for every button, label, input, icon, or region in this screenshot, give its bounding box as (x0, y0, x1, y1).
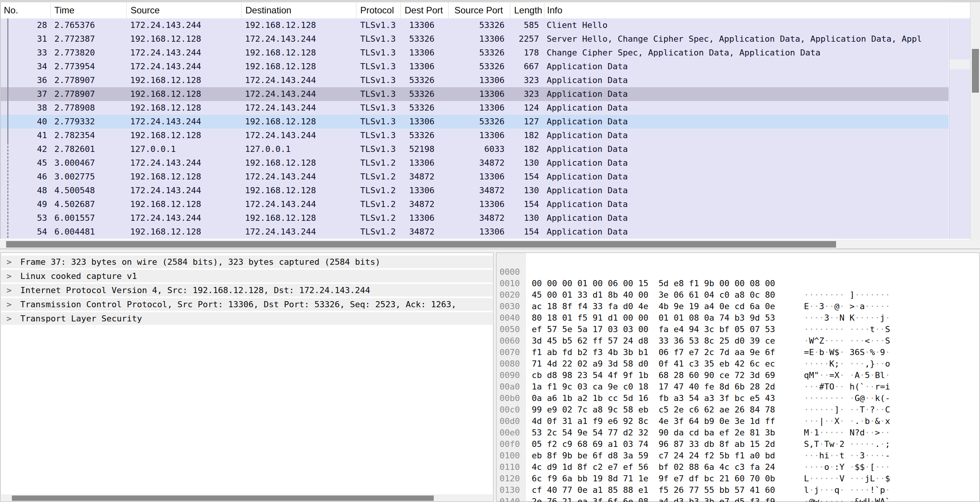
details-horizontal-scrollbar[interactable] (1, 494, 493, 501)
packet-rows: 28 2.765376 172.24.143.244 192.168.12.12… (0, 18, 949, 239)
packet-row[interactable]: 49 4.502687 192.168.12.128 172.24.143.24… (0, 197, 949, 211)
detail-tree-row[interactable]: > Transmission Control Protocol, Src Por… (1, 298, 493, 311)
packet-source-port: 13306 (448, 197, 505, 211)
packet-time: 2.778907 (54, 73, 127, 87)
hex-bytes: 2e 76 21 ea 3f 6f 6e 08 a4 d3 b3 3b e7 d… (532, 496, 775, 502)
column-header-source-port[interactable]: Source Port (448, 2, 510, 18)
packet-destination: 172.24.143.244 (245, 129, 354, 142)
hex-dump-row[interactable]: 00b0 99 e9 02 7c a8 9c 58 eb c5 2e c6 62… (497, 381, 979, 393)
packet-row[interactable]: 45 3.000467 172.24.143.244 192.168.12.12… (0, 156, 949, 170)
packet-info: Application Data (547, 197, 947, 211)
hex-offset: 0140 (500, 496, 520, 502)
hex-dump-row[interactable]: 0110 6c f9 6a bb 19 8d 71 1e 9f e7 df bc… (497, 450, 979, 461)
chevron-right-icon[interactable]: > (7, 312, 11, 325)
column-header-time[interactable]: Time (50, 2, 126, 18)
packet-info: Server Hello, Change Cipher Spec, Applic… (547, 32, 947, 46)
packet-destination: 192.168.12.128 (245, 184, 354, 197)
hex-dump-row[interactable]: 00f0 eb 8f 9b be 6f d8 3a 59 c7 24 24 f2… (497, 427, 979, 438)
packet-row[interactable]: 40 2.779332 172.24.143.244 192.168.12.12… (0, 115, 949, 129)
hex-dump-row[interactable]: 0050 3d 45 b5 62 ff 57 24 d8 33 36 53 8c… (497, 312, 979, 324)
hex-dump-row[interactable]: 00a0 0a a6 1b a2 1b cc 5d 16 fb a3 54 a3… (497, 370, 979, 381)
packet-row[interactable]: 54 6.004481 192.168.12.128 172.24.143.24… (0, 225, 949, 239)
packet-length: 585 (510, 18, 539, 32)
horizontal-scrollbar-thumb[interactable] (6, 241, 836, 248)
packet-bytes-pane: 0000 00 00 00 01 00 06 00 15 5d e8 f1 9b… (496, 253, 980, 502)
packet-row[interactable]: 37 2.778907 192.168.12.128 172.24.143.24… (0, 87, 949, 101)
packet-dest-port: 53326 (400, 87, 434, 101)
packet-time: 6.001557 (54, 211, 127, 225)
detail-tree-row[interactable]: > Frame 37: 323 bytes on wire (2584 bits… (1, 256, 493, 268)
packet-info: Client Hello (547, 18, 947, 32)
packet-protocol: TLSv1.2 (360, 156, 399, 170)
hex-dump-row[interactable]: 00e0 05 f2 c9 68 69 a1 03 74 96 87 33 db… (497, 416, 979, 427)
hex-dump-row[interactable]: 0080 cb d8 98 23 54 4f 9f 1b 68 28 60 90… (497, 347, 979, 358)
packet-list-vertical-scrollbar[interactable] (970, 2, 980, 249)
detail-tree-row[interactable]: > Linux cooked capture v1 (1, 270, 493, 282)
hex-dump-row[interactable]: 0060 f1 ab fd b2 f3 4b 3b b1 06 f7 e7 2c… (497, 324, 979, 335)
detail-row-label: Internet Protocol Version 4, Src: 192.16… (20, 284, 370, 297)
hex-dump-row[interactable]: 0100 4c d9 1d 8f c2 e7 ef 56 bf 02 88 6a… (497, 438, 979, 450)
chevron-right-icon[interactable]: > (7, 284, 11, 297)
intelligent-scrollbar-minimap[interactable] (949, 18, 970, 239)
hex-dump-row[interactable]: 0140 7b 5f 62 {_b (497, 484, 979, 496)
chevron-right-icon[interactable]: > (7, 270, 11, 282)
hex-dump-row[interactable]: 0030 80 18 01 f5 91 d1 00 00 01 01 08 0a… (497, 289, 979, 301)
hex-dump-row[interactable]: 0070 71 4d 22 02 a9 3d 58 d0 0f 41 c3 35… (497, 335, 979, 347)
packet-row[interactable]: 28 2.765376 172.24.143.244 192.168.12.12… (0, 18, 949, 32)
packet-row[interactable]: 36 2.778907 192.168.12.128 172.24.143.24… (0, 73, 949, 87)
packet-protocol: TLSv1.3 (360, 101, 399, 115)
packet-destination: 192.168.12.128 (245, 211, 354, 225)
packet-row[interactable]: 48 4.500548 172.24.143.244 192.168.12.12… (0, 184, 949, 197)
packet-destination: 172.24.143.244 (245, 32, 354, 46)
packet-info: Application Data (547, 115, 947, 129)
hex-dump-row[interactable]: 0000 00 00 00 01 00 06 00 15 5d e8 f1 9b… (497, 255, 979, 266)
column-header-length[interactable]: Length (510, 2, 544, 18)
packet-source: 127.0.0.1 (130, 142, 239, 156)
packet-source: 172.24.143.244 (130, 184, 239, 197)
packet-dest-port: 13306 (400, 156, 434, 170)
packet-info: Application Data (547, 87, 947, 101)
hex-dump-row[interactable]: 0020 ac 18 8f f4 33 fa d0 4e 4b 9e 19 a4… (497, 278, 979, 289)
packet-row[interactable]: 42 2.782601 127.0.0.1 127.0.0.1 TLSv1.3 … (0, 142, 949, 156)
hex-dump-row[interactable]: 0040 ef 57 5e 5a 17 03 03 00 fa e4 94 3c… (497, 301, 979, 312)
packet-row[interactable]: 34 2.773954 172.24.143.244 192.168.12.12… (0, 60, 949, 73)
hex-dump-row[interactable]: 0130 2e 76 21 ea 3f 6f 6e 08 a4 d3 b3 3b… (497, 473, 979, 484)
column-header-dest-port[interactable]: Dest Port (400, 2, 448, 18)
packet-row[interactable]: 33 2.773820 172.24.143.244 192.168.12.12… (0, 46, 949, 60)
packet-dest-port: 34872 (400, 170, 434, 184)
column-header-destination[interactable]: Destination (241, 2, 356, 18)
hex-dump-row[interactable]: 0010 45 00 01 33 d1 8b 40 00 3e 06 61 04… (497, 266, 979, 278)
packet-dest-port: 52198 (400, 142, 434, 156)
hex-dump-row[interactable]: 00d0 53 2c 54 9e 54 77 d2 32 90 da cd ba… (497, 404, 979, 416)
chevron-right-icon[interactable]: > (7, 256, 11, 268)
minimap-band (949, 59, 970, 69)
column-header-source[interactable]: Source (126, 2, 241, 18)
packet-row[interactable]: 46 3.002775 192.168.12.128 172.24.143.24… (0, 170, 949, 184)
hex-dump-row[interactable]: 00c0 4d 0f 31 a1 f9 e6 92 8c 4e 3f 64 b9… (497, 393, 979, 404)
hex-dump-row[interactable]: 0120 cf 40 77 0e a1 85 88 e1 f5 26 77 55… (497, 461, 979, 473)
packet-length: 2257 (510, 32, 539, 46)
chevron-right-icon[interactable]: > (7, 298, 11, 311)
packet-length: 182 (510, 142, 539, 156)
packet-protocol: TLSv1.2 (360, 184, 399, 197)
column-header-info[interactable]: Info (544, 2, 949, 18)
details-scrollbar-thumb[interactable] (12, 495, 434, 501)
packet-details-pane: > Frame 37: 323 bytes on wire (2584 bits… (0, 253, 493, 502)
packet-row[interactable]: 53 6.001557 172.24.143.244 192.168.12.12… (0, 211, 949, 225)
packet-list-horizontal-scrollbar[interactable] (0, 240, 980, 249)
packet-row[interactable]: 38 2.778908 192.168.12.128 172.24.143.24… (0, 101, 949, 115)
packet-row[interactable]: 41 2.782354 192.168.12.128 172.24.143.24… (0, 129, 949, 142)
packet-time: 2.778907 (54, 87, 127, 101)
hex-dump-row[interactable]: 0090 1a f1 9c 03 ca 9e c0 18 17 47 40 fe… (497, 358, 979, 370)
packet-protocol: TLSv1.3 (360, 18, 399, 32)
detail-tree-row[interactable]: > Internet Protocol Version 4, Src: 192.… (1, 284, 493, 297)
column-header-no[interactable]: No. (0, 2, 50, 18)
detail-tree-row[interactable]: > Transport Layer Security (1, 312, 493, 325)
packet-dest-port: 53326 (400, 101, 434, 115)
packet-info: Application Data (547, 156, 947, 170)
packet-protocol: TLSv1.3 (360, 129, 399, 142)
vertical-scrollbar-thumb[interactable] (972, 49, 979, 93)
packet-row[interactable]: 31 2.772387 192.168.12.128 172.24.143.24… (0, 32, 949, 46)
packet-dest-port: 13306 (400, 115, 434, 129)
column-header-protocol[interactable]: Protocol (356, 2, 400, 18)
